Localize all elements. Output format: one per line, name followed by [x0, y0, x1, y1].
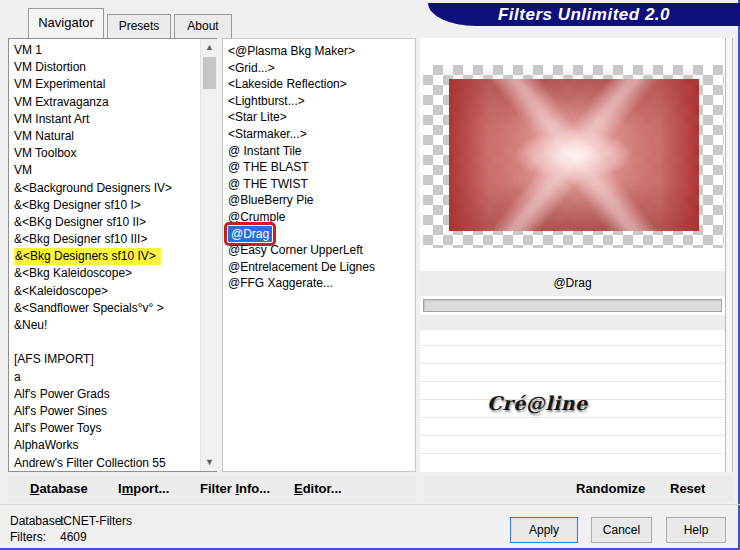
filter-item[interactable]: @Crumple — [223, 209, 415, 226]
preview-panel: @Drag Cré@line — [420, 38, 725, 472]
category-item[interactable]: &<Bkg Designers sf10 IV> — [9, 248, 216, 265]
category-item[interactable]: AlphaWorks — [9, 437, 216, 454]
filter-item[interactable]: @Entrelacement De Lignes — [223, 259, 415, 276]
category-item[interactable]: VM — [9, 162, 216, 179]
separator-line — [420, 345, 725, 346]
preview-scrollbar-track[interactable] — [725, 38, 733, 472]
filter-item[interactable]: <Lakeside Reflection> — [223, 76, 415, 93]
app-title: Filters Unlimited 2.0 — [498, 5, 670, 24]
preview-caption: @Drag — [553, 276, 591, 290]
scroll-down-icon[interactable]: ▼ — [201, 454, 218, 471]
category-item[interactable]: &<Sandflower Specials°v° > — [9, 300, 216, 317]
filters-count: 4609 — [60, 530, 87, 544]
toolbar-right-strip: Randomize Reset — [424, 476, 733, 502]
scrollbar-thumb[interactable] — [203, 57, 216, 89]
category-item[interactable]: Alf's Power Grads — [9, 386, 216, 403]
filter-item[interactable]: @ THE BLAST — [223, 159, 415, 176]
category-item[interactable]: &<Background Designers IV> — [9, 180, 216, 197]
category-item[interactable]: VM 1 — [9, 42, 216, 59]
filter-item[interactable]: <Lightburst...> — [223, 93, 415, 110]
category-item[interactable]: Andrew's Filter Collection 55 — [9, 455, 216, 472]
database-value: ICNET-Filters — [60, 514, 132, 528]
status-bar: Database: ICNET-Filters Filters: 4609 Ap… — [0, 504, 740, 549]
filter-item[interactable]: <Grid...> — [223, 60, 415, 77]
category-item[interactable]: VM Extravaganza — [9, 94, 216, 111]
filter-item[interactable]: @FFG Xaggerate... — [223, 275, 415, 292]
filter-preview-image — [449, 79, 699, 231]
category-item[interactable]: VM Toolbox — [9, 145, 216, 162]
category-item[interactable]: &<BKg Designer sf10 II> — [9, 214, 216, 231]
category-item[interactable] — [9, 334, 216, 351]
category-item[interactable]: &<Bkg Kaleidoscope> — [9, 265, 216, 282]
filter-item[interactable]: @Drag — [223, 226, 415, 243]
filters-label: Filters: — [10, 530, 46, 544]
category-item[interactable]: a — [9, 369, 216, 386]
tab-navigator-label: Navigator — [38, 15, 94, 30]
title-banner: Filters Unlimited 2.0 — [428, 3, 740, 26]
category-item[interactable]: Alf's Power Sines — [9, 403, 216, 420]
category-item[interactable]: &<Bkg Designer sf10 III> — [9, 231, 216, 248]
tab-about-label: About — [187, 19, 218, 33]
separator-line — [420, 453, 725, 454]
filter-item[interactable]: <Star Lite> — [223, 109, 415, 126]
tab-navigator[interactable]: Navigator — [28, 8, 104, 38]
preview-subband — [420, 315, 725, 330]
randomize-button[interactable]: Randomize — [576, 476, 645, 502]
filters-unlimited-dialog: Navigator Presets About Filters Unlimite… — [0, 0, 740, 550]
tab-about[interactable]: About — [174, 14, 232, 38]
crealine-watermark: Cré@line — [487, 392, 588, 414]
filter-list[interactable]: <@Plasma Bkg Maker><Grid...><Lakeside Re… — [222, 38, 416, 472]
cancel-button[interactable]: Cancel — [591, 517, 652, 543]
category-item[interactable]: [AFS IMPORT] — [9, 351, 216, 368]
category-item[interactable]: Alf's Power Toys — [9, 420, 216, 437]
separator-line — [420, 435, 725, 436]
reset-button[interactable]: Reset — [670, 476, 705, 502]
preview-caption-band: @Drag — [420, 271, 725, 296]
separator-line — [420, 363, 725, 364]
toolbar-left-strip: Database Import... Filter Info... Editor… — [8, 476, 416, 502]
category-list[interactable]: VM 1VM DistortionVM ExperimentalVM Extra… — [8, 38, 217, 472]
tab-presets[interactable]: Presets — [107, 14, 171, 38]
preview-progress-bar[interactable] — [423, 299, 722, 312]
category-item[interactable]: VM Instant Art — [9, 111, 216, 128]
filter-item[interactable]: <Starmaker...> — [223, 126, 415, 143]
category-item[interactable]: &Neu! — [9, 317, 216, 334]
filter-item[interactable]: @ THE TWIST — [223, 176, 415, 193]
apply-button[interactable]: Apply — [510, 517, 578, 543]
category-item[interactable]: VM Natural — [9, 128, 216, 145]
import-button[interactable]: Import... — [118, 476, 169, 502]
help-button[interactable]: Help — [666, 517, 726, 543]
category-item[interactable]: VM Experimental — [9, 76, 216, 93]
filter-item[interactable]: @Easy Corner UpperLeft — [223, 242, 415, 259]
database-label: Database: — [10, 514, 65, 528]
separator-line — [420, 381, 725, 382]
filter-item[interactable]: @ Instant Tile — [223, 143, 415, 160]
category-scrollbar[interactable]: ▲ ▼ — [200, 39, 218, 471]
category-item[interactable]: VM Distortion — [9, 59, 216, 76]
separator-line — [420, 417, 725, 418]
editor-button[interactable]: Editor... — [294, 476, 342, 502]
filter-item[interactable]: <@Plasma Bkg Maker> — [223, 43, 415, 60]
transparency-checkerboard — [423, 65, 724, 248]
filter-item[interactable]: @BlueBerry Pie — [223, 192, 415, 209]
filter-info-button[interactable]: Filter Info... — [200, 476, 270, 502]
database-button[interactable]: Database — [30, 476, 88, 502]
category-item[interactable]: &<Bkg Designer sf10 I> — [9, 197, 216, 214]
tab-presets-label: Presets — [119, 19, 160, 33]
scroll-up-icon[interactable]: ▲ — [201, 39, 218, 56]
category-item[interactable]: &<Kaleidoscope> — [9, 283, 216, 300]
